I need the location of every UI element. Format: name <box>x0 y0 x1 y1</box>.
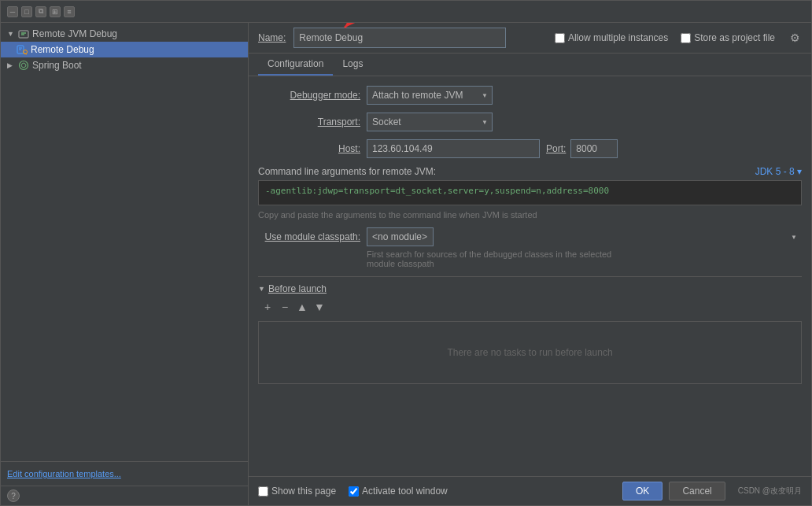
cancel-button[interactable]: Cancel <box>669 482 725 500</box>
tab-configuration[interactable]: Configuration <box>258 54 333 76</box>
copy-button[interactable]: ⊞ <box>50 6 61 17</box>
tree-item-remote-jvm-debug[interactable]: ▼ Remote JVM Debug <box>1 26 248 42</box>
edit-config-templates-link[interactable]: Edit configuration templates... <box>7 469 121 478</box>
port-group: Port: <box>546 139 618 158</box>
jdk-version-link[interactable]: JDK 5 - 8 ▾ <box>755 166 802 177</box>
gear-button[interactable]: ⚙ <box>788 31 802 45</box>
right-header-inner: Name: <box>258 28 506 48</box>
before-launch-title: Before launch <box>268 283 327 294</box>
module-classpath-row: Use module classpath: <no module> <box>258 227 802 246</box>
activate-tool-check-group: Activate tool window <box>349 486 448 497</box>
jvm-debug-icon <box>18 28 29 39</box>
store-project-group: Store as project file <box>681 32 775 43</box>
run-configurations-dialog: ─ □ ⧉ ⊞ ≡ ▼ Remo <box>0 0 812 506</box>
debugger-mode-select-wrapper: Attach to remote JVM <box>367 86 493 105</box>
right-panel: Name: Allow mult <box>249 23 811 505</box>
section-chevron-icon: ▼ <box>258 285 265 293</box>
form-area: Debugger mode: Attach to remote JVM Tran… <box>249 76 811 476</box>
module-select-wrapper: <no module> <box>367 227 802 246</box>
cmdline-box: -agentlib:jdwp=transport=dt_socket,serve… <box>258 180 802 205</box>
module-label: Use module classpath: <box>258 231 360 242</box>
debug-config-icon <box>17 44 28 55</box>
titlebar: ─ □ ⧉ ⊞ ≡ <box>1 1 811 23</box>
host-port-row: Host: Port: <box>258 139 802 158</box>
main-content: ▼ Remote JVM Debug <box>1 23 811 505</box>
allow-multiple-checkbox[interactable] <box>555 33 565 43</box>
empty-tasks-text: There are no tasks to run before launch <box>431 331 628 374</box>
tree-child-label: Remote Debug <box>31 44 94 55</box>
module-select[interactable]: <no module> <box>367 227 434 246</box>
show-page-label: Show this page <box>271 486 336 497</box>
tree-root-label: Remote JVM Debug <box>32 28 117 39</box>
move-down-button[interactable]: ▼ <box>312 299 327 315</box>
port-input[interactable] <box>570 139 618 158</box>
minimize-button[interactable]: ─ <box>7 6 18 17</box>
spring-boot-icon <box>18 60 29 71</box>
bottom-actions: OK Cancel CSDN @改变明月 <box>622 482 802 500</box>
before-launch-area: There are no tasks to run before launch <box>258 321 802 384</box>
debugger-mode-row: Debugger mode: Attach to remote JVM <box>258 86 802 105</box>
store-project-label: Store as project file <box>694 32 775 43</box>
transport-select-wrapper: Socket <box>367 113 493 131</box>
left-panel: ▼ Remote JVM Debug <box>1 23 249 505</box>
tree-area: ▼ Remote JVM Debug <box>1 23 248 461</box>
right-header: Name: Allow mult <box>249 23 811 54</box>
bottom-bar: Show this page Activate tool window OK C… <box>249 476 811 505</box>
watermark-text: CSDN @改变明月 <box>738 486 802 497</box>
show-page-checkbox[interactable] <box>258 486 268 497</box>
cmdline-label: Command line arguments for remote JVM: <box>258 166 436 177</box>
before-launch-section-header[interactable]: ▼ Before launch <box>258 283 802 294</box>
show-page-check-group: Show this page <box>258 486 336 497</box>
left-bottom: Edit configuration templates... <box>1 461 248 486</box>
tree-item-spring-boot[interactable]: ▶ Spring Boot <box>1 57 248 73</box>
transport-label: Transport: <box>258 116 360 127</box>
activate-tool-label: Activate tool window <box>362 486 448 497</box>
store-project-checkbox[interactable] <box>681 33 691 43</box>
activate-tool-checkbox[interactable] <box>349 486 359 497</box>
allow-multiple-label: Allow multiple instances <box>568 32 668 43</box>
svg-point-8 <box>20 61 28 70</box>
spring-boot-label: Spring Boot <box>32 60 82 71</box>
remove-task-button[interactable]: − <box>277 299 293 315</box>
move-up-button[interactable]: ▲ <box>294 299 310 315</box>
header-checks: Allow multiple instances Store as projec… <box>555 31 802 45</box>
name-label: Name: <box>258 32 286 43</box>
host-input[interactable] <box>367 139 540 158</box>
transport-select[interactable]: Socket <box>367 113 493 131</box>
maximize-button[interactable]: □ <box>21 6 32 17</box>
chevron-down-icon: ▼ <box>7 30 15 38</box>
titlebar-controls: ─ □ ⧉ ⊞ ≡ <box>7 6 75 17</box>
name-input[interactable] <box>293 28 506 48</box>
module-hint: First search for sources of the debugged… <box>367 249 802 268</box>
tabs-bar: Configuration Logs <box>249 54 811 76</box>
debugger-mode-label: Debugger mode: <box>258 90 360 101</box>
tree-item-remote-debug[interactable]: Remote Debug <box>1 42 248 57</box>
section-divider <box>258 276 802 277</box>
debugger-mode-select[interactable]: Attach to remote JVM <box>367 86 493 105</box>
cmdline-header: Command line arguments for remote JVM: J… <box>258 166 802 177</box>
port-label: Port: <box>546 143 566 154</box>
ok-button[interactable]: OK <box>622 482 663 500</box>
icon-button1[interactable]: ≡ <box>64 6 75 17</box>
chevron-right-icon: ▶ <box>7 61 15 69</box>
toolbar-row: + − ▲ ▼ <box>260 299 802 315</box>
allow-multiple-group: Allow multiple instances <box>555 32 668 43</box>
cmdline-hint: Copy and paste the arguments to the comm… <box>258 210 802 220</box>
tab-logs[interactable]: Logs <box>333 54 372 76</box>
add-task-button[interactable]: + <box>260 299 275 315</box>
transport-row: Transport: Socket <box>258 113 802 131</box>
bottom-help-bar: ? <box>1 486 248 505</box>
help-button[interactable]: ? <box>7 489 20 502</box>
restore-button[interactable]: ⧉ <box>35 6 46 17</box>
host-label: Host: <box>258 143 360 154</box>
